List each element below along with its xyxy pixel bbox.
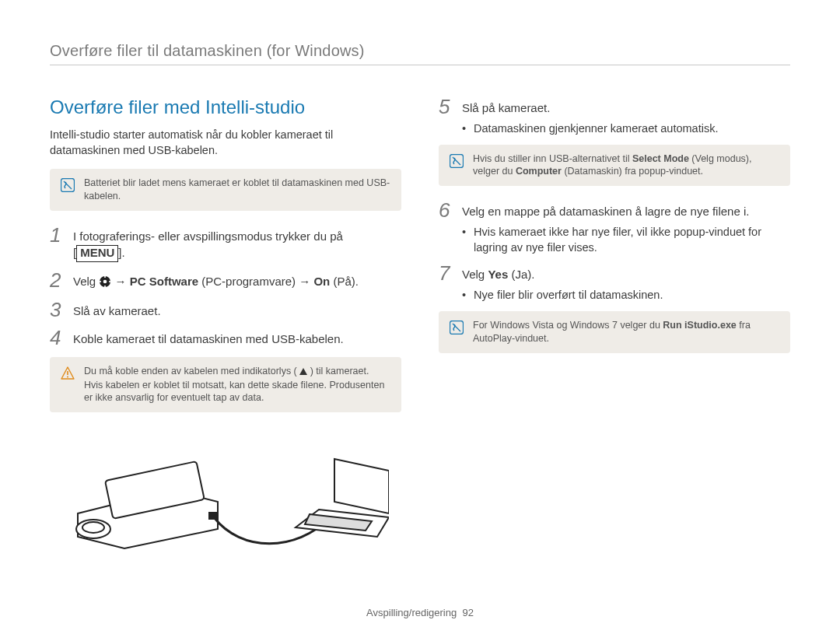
svg-point-9 (67, 376, 68, 377)
step-6-text: Velg en mappe på datamaskinen å lagre de… (462, 200, 749, 219)
info-note-text: Batteriet blir ladet mens kameraet er ko… (84, 177, 390, 203)
step-2-bold-2: On (313, 275, 330, 288)
note2-d: Computer (516, 166, 562, 177)
step-7: 7 Velg Yes (Ja). (439, 263, 790, 283)
step-5-text: Slå på kameraet. (462, 96, 550, 116)
step-6-bullet-text: Hvis kameraet ikke har nye filer, vil ik… (474, 225, 790, 255)
step-number: 1 (50, 225, 64, 245)
info-icon (450, 321, 464, 335)
step-number: 2 (50, 270, 64, 290)
step-5: 5 Slå på kameraet. (439, 96, 790, 117)
step-2: 2 Velg → PC Software (PC-programvare) → … (50, 270, 401, 292)
intro-text: Intelli-studio starter automatisk når du… (50, 128, 401, 158)
step-3: 3 Slå av kameraet. (50, 299, 401, 320)
info-icon (61, 178, 75, 192)
menu-button-label: MENU (76, 245, 118, 262)
step-5-bullet-text: Datamaskinen gjenkjenner kameraet automa… (474, 121, 718, 137)
info-note-usb-mode: Hvis du stiller inn USB-alternativet til… (439, 145, 790, 187)
step-5-bullet: • Datamaskinen gjenkjenner kameraet auto… (439, 121, 790, 137)
step-6-bullet: • Hvis kameraet ikke har nye filer, vil … (439, 225, 790, 255)
warning-text-a: Du må koble enden av kabelen med indikat… (84, 366, 297, 377)
step-2-pre: Velg (73, 275, 99, 288)
svg-rect-5 (105, 285, 107, 288)
svg-point-12 (82, 522, 104, 533)
step-number: 4 (50, 328, 64, 348)
info-icon (450, 154, 464, 168)
section-title: Overføre filer med Intelli-studio (50, 96, 401, 118)
step-2-bold-1: PC Software (130, 275, 198, 288)
warning-note-cable: Du må koble enden av kabelen med indikat… (50, 357, 401, 413)
note2-b: Select Mode (632, 153, 689, 164)
left-column: Overføre filer med Intelli-studio Intell… (50, 96, 401, 552)
step-2-plain-2: (På). (333, 275, 359, 288)
page-header: Overføre filer til datamaskinen (for Win… (50, 42, 790, 60)
step-7-pre: Velg (462, 268, 488, 281)
step-3-text: Slå av kameraet. (73, 299, 161, 319)
right-column: 5 Slå på kameraet. • Datamaskinen gjenkj… (439, 96, 790, 552)
step-4: 4 Koble kameraet til datamaskinen med US… (50, 328, 401, 348)
svg-rect-7 (109, 281, 111, 282)
svg-rect-13 (208, 512, 218, 520)
note3-a: For Windows Vista og Windows 7 velger du (473, 320, 663, 331)
step-7-yes: Yes (488, 268, 508, 281)
step-7-post: (Ja). (511, 268, 534, 281)
step-7-bullet-text: Nye filer blir overført til datamaskinen… (474, 288, 663, 303)
note2-e: (Datamaskin) fra popup-vinduet. (564, 166, 703, 177)
step-number: 5 (439, 96, 453, 117)
svg-point-3 (103, 279, 107, 283)
step-1: 1 I fotograferings- eller avspillingsmod… (50, 225, 401, 262)
footer-page-number: 92 (462, 607, 473, 618)
gear-icon (99, 275, 111, 292)
svg-rect-6 (99, 281, 101, 282)
info-note-battery: Batteriet blir ladet mens kameraet er ko… (50, 169, 401, 211)
note3-b: Run iStudio.exe (663, 320, 736, 331)
triangle-up-icon (299, 366, 307, 379)
step-4-text: Koble kameraet til datamaskinen med USB-… (73, 328, 344, 347)
info-note-autoplay: For Windows Vista og Windows 7 velger du… (439, 311, 790, 353)
page-footer: Avspilling/redigering 92 (0, 607, 840, 618)
svg-rect-4 (105, 275, 107, 278)
footer-section: Avspilling/redigering (366, 607, 457, 618)
step-number: 3 (50, 299, 64, 320)
step-number: 7 (439, 263, 453, 283)
camera-laptop-illustration (50, 436, 401, 552)
step-1-text-b: . (122, 246, 125, 259)
step-2-plain-1: (PC-programvare) (201, 275, 299, 288)
warning-icon (61, 366, 75, 380)
step-6: 6 Velg en mappe på datamaskinen å lagre … (439, 200, 790, 220)
step-1-text-a: I fotograferings- eller avspillingsmodus… (73, 229, 343, 243)
step-7-bullet: • Nye filer blir overført til datamaskin… (439, 288, 790, 303)
step-number: 6 (439, 200, 453, 220)
note2-a: Hvis du stiller inn USB-alternativet til (473, 153, 632, 164)
